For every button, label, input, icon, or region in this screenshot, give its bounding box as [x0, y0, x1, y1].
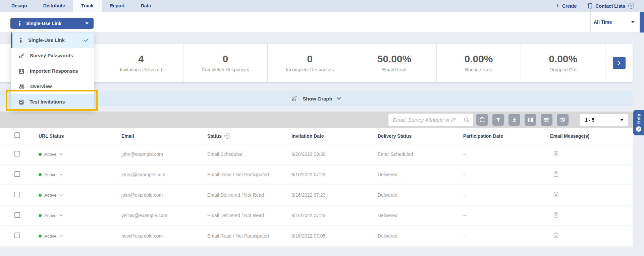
- tab-track[interactable]: Track: [73, 0, 102, 12]
- table-row: Active new@example.com Email Read / Not …: [0, 226, 633, 247]
- delivery-status-cell: Delivered: [372, 192, 458, 198]
- next-stats-button[interactable]: [613, 57, 626, 69]
- refresh-button[interactable]: [476, 114, 488, 126]
- page-range-select[interactable]: 1 - 5: [580, 114, 628, 126]
- chevron-down-icon[interactable]: [59, 153, 63, 155]
- menu-item-survey-passwords[interactable]: Survey Passwords: [11, 48, 94, 63]
- stat-label: Dropped Out: [550, 67, 577, 72]
- email-message-icon[interactable]: [553, 151, 558, 156]
- email-cell: yellow@example.com: [116, 213, 202, 218]
- table-row: Active jenny@example.com Email Read / No…: [0, 165, 633, 185]
- row-checkbox[interactable]: [14, 151, 20, 156]
- email-message-icon[interactable]: [553, 171, 558, 177]
- column-header-email-messages[interactable]: Email Message(s): [544, 133, 633, 139]
- time-range-dropdown[interactable]: All Time: [594, 12, 635, 33]
- column-header-delivery-status[interactable]: Delivery Status: [372, 133, 458, 139]
- chevron-down-icon[interactable]: [59, 235, 63, 237]
- status-cell: Email Delivered / Not Read: [202, 192, 286, 198]
- app-root: Design Distribute Track Report Data + Cr…: [0, 0, 644, 256]
- status-cell: Email Read / Not Participated: [202, 172, 286, 177]
- table-row: Active yellow@example.com Email Delivere…: [0, 206, 633, 226]
- row-checkbox[interactable]: [14, 212, 20, 218]
- participation-date-cell: --: [458, 213, 544, 218]
- status-help-icon[interactable]: ?: [224, 133, 230, 139]
- columns-icon: [528, 117, 533, 122]
- participation-date-cell: --: [458, 233, 544, 239]
- column-header-participation-date[interactable]: Participation Date: [458, 133, 544, 139]
- tab-data[interactable]: Data: [133, 0, 159, 12]
- chevron-down-icon: [337, 97, 341, 100]
- row-checkbox[interactable]: [14, 192, 20, 197]
- adjustments-button[interactable]: [541, 114, 552, 126]
- create-button[interactable]: + Create: [556, 3, 577, 9]
- active-dot-icon: [39, 153, 42, 156]
- table-header-row: URL Status Email Status ? Invitation Dat…: [0, 128, 633, 144]
- column-header-url-status[interactable]: URL Status: [33, 133, 116, 139]
- stat-label: Completed Responses: [202, 67, 249, 72]
- tab-design[interactable]: Design: [3, 0, 35, 12]
- column-header-email[interactable]: Email: [116, 133, 202, 139]
- search-box: [388, 114, 473, 126]
- contact-lists-help-icon[interactable]: ?: [628, 3, 634, 9]
- stat-label: Incomplete Responses: [286, 67, 333, 72]
- stat-invitations-delivered: 4 Invitations Delivered: [99, 44, 183, 82]
- chevron-down-icon[interactable]: [59, 194, 63, 196]
- collector-button-label: Single-Use Link: [26, 21, 61, 26]
- chevron-down-icon[interactable]: [59, 174, 63, 176]
- caret-down-icon: [631, 21, 635, 23]
- collector-dropdown-button[interactable]: Single-Use Link: [10, 18, 94, 29]
- tab-distribute[interactable]: Distribute: [35, 0, 73, 12]
- adjustments-icon: [544, 117, 549, 122]
- email-cell: john@example.com: [116, 151, 202, 157]
- email-cell: jenny@example.com: [116, 172, 202, 177]
- download-button[interactable]: [508, 114, 520, 126]
- right-edge-strip: [640, 12, 644, 33]
- url-status-cell[interactable]: Active: [33, 152, 116, 157]
- search-input[interactable]: [393, 117, 464, 123]
- menu-item-single-use-link[interactable]: Single-Use Link: [11, 33, 94, 48]
- chevron-down-icon[interactable]: [59, 214, 63, 216]
- binoculars-icon: [19, 84, 25, 89]
- active-dot-icon: [39, 235, 42, 238]
- help-tab[interactable]: Help ?: [633, 110, 644, 135]
- check-icon: [84, 39, 89, 42]
- schedule-button[interactable]: [557, 114, 569, 126]
- email-message-icon[interactable]: [553, 233, 558, 238]
- highlight-annotation-box: [6, 90, 98, 111]
- column-header-invitation-date[interactable]: Invitation Date: [286, 133, 372, 139]
- select-all-checkbox[interactable]: [14, 132, 20, 138]
- stat-incomplete-responses: 0 Incomplete Responses: [267, 44, 352, 82]
- notebook-icon: [587, 3, 592, 9]
- nav-actions: + Create Contact Lists ?: [556, 0, 634, 12]
- delivery-status-cell: Delivered: [372, 213, 458, 218]
- stat-value: 50.00%: [377, 53, 411, 65]
- url-status-cell[interactable]: Active: [33, 213, 116, 218]
- menu-item-imported-responses[interactable]: Imported Responses: [11, 63, 94, 79]
- row-checkbox[interactable]: [14, 233, 20, 238]
- delivery-status-cell: Email Scheduled: [372, 151, 458, 157]
- table-row: Active josh@example.com Email Delivered …: [0, 185, 633, 206]
- email-cell: new@example.com: [116, 233, 202, 239]
- column-header-status[interactable]: Status ?: [202, 133, 286, 139]
- url-status-cell[interactable]: Active: [33, 172, 116, 177]
- download-icon: [512, 117, 517, 123]
- tab-report[interactable]: Report: [102, 0, 133, 12]
- url-status-cell[interactable]: Active: [33, 193, 116, 198]
- row-checkbox[interactable]: [14, 171, 20, 177]
- email-message-icon[interactable]: [553, 192, 558, 197]
- invitation-date-cell: 8/16/2022 07:23: [286, 213, 372, 218]
- url-status-cell[interactable]: Active: [33, 234, 116, 239]
- status-cell: Email Delivered / Not Read: [202, 213, 286, 218]
- invitations-table: URL Status Email Status ? Invitation Dat…: [0, 128, 633, 247]
- collector-bar: Single-Use Link All Time: [0, 12, 644, 33]
- contact-lists-button[interactable]: Contact Lists ?: [587, 3, 634, 9]
- search-icon: [464, 117, 470, 123]
- stat-value: 0: [223, 53, 228, 65]
- chart-icon: [291, 96, 298, 101]
- filter-button[interactable]: [492, 114, 504, 126]
- columns-button[interactable]: [525, 114, 536, 126]
- active-dot-icon: [39, 214, 42, 217]
- delivery-status-cell: Delivered: [372, 233, 458, 239]
- email-message-icon[interactable]: [553, 212, 558, 218]
- email-cell: josh@example.com: [116, 192, 202, 198]
